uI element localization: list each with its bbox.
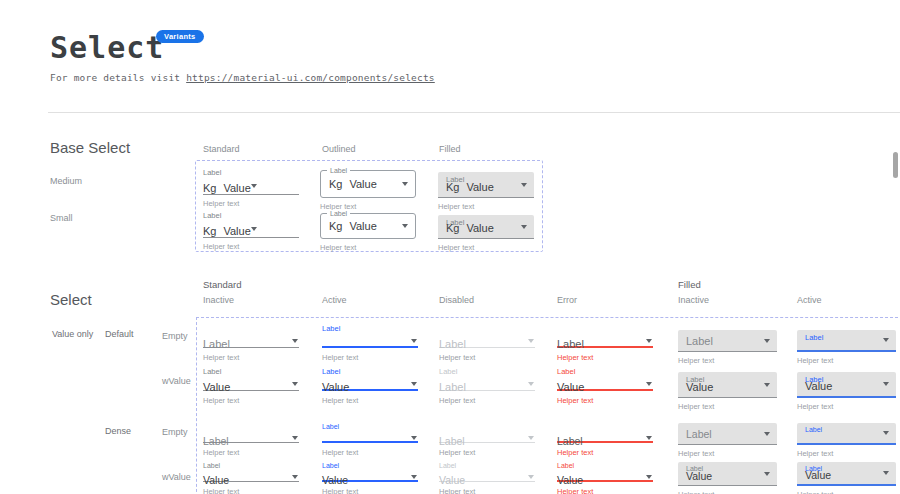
- select-control[interactable]: [322, 334, 418, 348]
- select-value: Value: [203, 381, 230, 393]
- helper-text: Helper text: [322, 353, 418, 362]
- select-filled-active-dense-empty[interactable]: LabelHelper text: [797, 423, 896, 458]
- column-header-inactive: Inactive: [203, 295, 234, 305]
- dropdown-arrow-icon: [883, 382, 889, 386]
- select-control[interactable]: LabelValue: [678, 462, 777, 486]
- select-standard-inactive-default-wval[interactable]: LabelValueHelper text: [203, 367, 299, 405]
- select-filled-inactive-default-wval[interactable]: LabelValueHelper text: [678, 367, 777, 411]
- select-control[interactable]: Value: [557, 470, 653, 482]
- select-control[interactable]: Value: [439, 470, 535, 482]
- column-header-filled-active: Active: [797, 295, 822, 305]
- base-select-standard-small[interactable]: Label KgValue Helper text: [203, 211, 299, 251]
- select-filled-active-default-empty[interactable]: LabelHelper text: [797, 324, 896, 365]
- select-control[interactable]: Value: [557, 377, 653, 391]
- helper-text: Helper text: [203, 487, 299, 494]
- select-standard-disabled-dense-empty[interactable]: LabelHelper text: [439, 423, 535, 457]
- helper-text: Helper text: [320, 243, 416, 252]
- base-select-standard-medium[interactable]: Label KgValue Helper text: [203, 168, 299, 208]
- row-label-empty-dense: Empty: [162, 427, 188, 437]
- select-standard-error-default-wval[interactable]: LabelValueHelper text: [557, 367, 653, 405]
- select-standard-disabled-default-wval[interactable]: LabelLabelHelper text: [439, 367, 535, 405]
- dropdown-arrow-icon: [764, 383, 770, 387]
- select-standard-disabled-default-empty[interactable]: LabelHelper text: [439, 324, 535, 362]
- select-control[interactable]: Value: [203, 377, 299, 391]
- row-label-medium: Medium: [50, 176, 82, 186]
- base-select-filled-medium[interactable]: LabelKgValue Helper text: [438, 172, 534, 211]
- select-value: Label: [203, 435, 229, 447]
- select-standard-active-dense-wval[interactable]: LabelValueHelper text: [322, 462, 418, 494]
- select-control[interactable]: Label: [797, 330, 896, 352]
- select-standard-active-default-wval[interactable]: LabelValueHelper text: [322, 367, 418, 405]
- select-filled-inactive-dense-wval[interactable]: LabelValueHelper text: [678, 462, 777, 494]
- select-filled-active-dense-wval[interactable]: LabelValueHelper text: [797, 462, 896, 494]
- dropdown-arrow-icon: [521, 183, 527, 187]
- scrollbar-thumb[interactable]: [893, 152, 898, 178]
- select-control[interactable]: LabelValue: [797, 462, 896, 486]
- helper-text: Helper text: [797, 449, 896, 458]
- helper-text: Helper text: [322, 487, 418, 494]
- select-floating-label: Label: [322, 324, 418, 334]
- helper-text: Helper text: [322, 448, 418, 457]
- select-control[interactable]: Label: [557, 431, 653, 443]
- helper-text: Helper text: [322, 396, 418, 405]
- helper-text: Helper text: [678, 402, 777, 411]
- column-header-outlined: Outlined: [322, 144, 356, 154]
- select-control[interactable]: Label: [439, 431, 535, 443]
- dropdown-arrow-icon: [883, 431, 889, 435]
- select-standard-inactive-dense-empty[interactable]: LabelHelper text: [203, 423, 299, 457]
- dropdown-arrow-icon: [402, 224, 408, 228]
- dropdown-arrow-icon: [883, 471, 889, 475]
- select-label: Label: [327, 167, 350, 175]
- select-standard-disabled-dense-wval[interactable]: LabelValueHelper text: [439, 462, 535, 494]
- select-standard-inactive-dense-wval[interactable]: LabelValueHelper text: [203, 462, 299, 494]
- select-floating-label: Label: [322, 423, 418, 431]
- select-control[interactable]: Label: [439, 334, 535, 348]
- dropdown-arrow-icon: [646, 382, 652, 386]
- select-value: Value: [686, 471, 712, 482]
- select-standard-error-dense-empty[interactable]: LabelHelper text: [557, 423, 653, 457]
- select-control[interactable]: Value: [203, 470, 299, 482]
- select-standard-inactive-default-empty[interactable]: LabelHelper text: [203, 324, 299, 362]
- select-control[interactable]: LabelValue: [678, 372, 777, 398]
- select-prefix: Kg: [203, 225, 216, 237]
- helper-text: Helper text: [439, 487, 535, 494]
- select-control[interactable]: LabelValue: [797, 372, 896, 398]
- select-standard-error-dense-wval[interactable]: LabelValueHelper text: [557, 462, 653, 494]
- select-control[interactable]: Label: [797, 423, 896, 445]
- select-value: Label: [203, 338, 230, 350]
- select-control[interactable]: Label: [439, 377, 535, 391]
- column-header-standard: Standard: [203, 144, 240, 154]
- base-select-outlined-small[interactable]: LabelKgValue Helper text: [320, 213, 416, 252]
- base-select-outlined-medium[interactable]: LabelKgValue Helper text: [320, 170, 416, 211]
- select-floating-label: Label: [557, 367, 653, 377]
- dropdown-arrow-icon: [251, 184, 257, 188]
- select-standard-active-dense-empty[interactable]: LabelHelper text: [322, 423, 418, 457]
- select-value: Value: [805, 470, 831, 481]
- select-control[interactable]: Label: [678, 330, 777, 352]
- select-floating-label: Label: [322, 367, 418, 377]
- helper-text: Helper text: [557, 396, 653, 405]
- helper-text: Helper text: [797, 490, 896, 494]
- select-control[interactable]: Label: [203, 334, 299, 348]
- dropdown-arrow-icon: [292, 339, 298, 343]
- select-floating-label: Label: [439, 367, 535, 377]
- select-control[interactable]: Value: [322, 470, 418, 482]
- select-control[interactable]: Label: [678, 423, 777, 445]
- select-filled-active-default-wval[interactable]: LabelValueHelper text: [797, 367, 896, 411]
- select-control[interactable]: Label: [203, 431, 299, 443]
- select-control[interactable]: [322, 431, 418, 443]
- select-standard-error-default-empty[interactable]: LabelHelper text: [557, 324, 653, 362]
- docs-link[interactable]: https://material-ui.com/components/selec…: [186, 72, 435, 83]
- select-control[interactable]: Label: [557, 334, 653, 348]
- base-select-filled-small[interactable]: LabelKgValue Helper text: [438, 215, 534, 252]
- helper-text: Helper text: [203, 242, 299, 251]
- select-control[interactable]: Value: [322, 377, 418, 391]
- row-label-wvalue-dense: wValue: [162, 472, 191, 482]
- select-filled-inactive-default-empty[interactable]: LabelHelper text: [678, 324, 777, 365]
- select-filled-inactive-dense-empty[interactable]: LabelHelper text: [678, 423, 777, 458]
- group-header-standard: Standard: [203, 279, 242, 290]
- select-label: Label: [327, 210, 350, 218]
- variants-badge[interactable]: Variants: [156, 30, 204, 43]
- column-header-disabled: Disabled: [439, 295, 474, 305]
- select-standard-active-default-empty[interactable]: LabelHelper text: [322, 324, 418, 362]
